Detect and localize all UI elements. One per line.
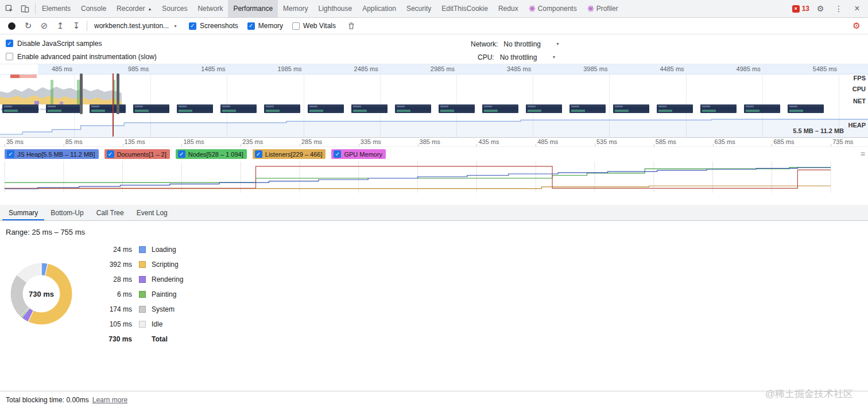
checkbox[interactable]: ✓ [255,150,262,158]
details-tab-call-tree[interactable]: Call Tree [90,205,130,220]
checkbox[interactable]: ✓ [334,150,341,158]
details-pane: SummaryBottom-UpCall TreeEvent Log Range… [0,205,868,391]
legend-row-total: 730 msTotal [92,332,183,347]
tab-lighthouse[interactable]: Lighthouse [313,0,357,17]
capture-option-row[interactable]: Enable advanced paint instrumentation (s… [6,50,862,63]
ruler-tick [181,144,182,146]
filmstrip-thumbnail[interactable] [351,104,388,113]
counters-menu-icon[interactable]: ≡ [861,149,865,158]
save-profile-icon[interactable]: ↧ [69,21,83,31]
counter-chip-listeners[interactable]: ✓Listeners[229 – 466] [253,149,326,159]
details-tab-event-log[interactable]: Event Log [130,205,174,220]
device-toolbar-icon[interactable] [17,2,32,15]
settings-gear-icon[interactable]: ⚙ [813,2,828,15]
tab-security[interactable]: Security [401,0,436,17]
filmstrip-thumbnail[interactable] [657,104,693,113]
toolbar-check-screenshots[interactable]: ✓Screenshots [189,22,238,30]
tab-editthiscookie[interactable]: EditThisCookie [436,0,493,17]
learn-more-link[interactable]: Learn more [92,396,127,404]
legend-swatch [139,246,146,253]
filmstrip-thumbnail[interactable] [439,104,475,113]
details-tab-bottom-up[interactable]: Bottom-Up [44,205,90,220]
filmstrip-thumbnail[interactable] [569,104,606,113]
tab-components[interactable]: Components [524,0,582,17]
reload-and-record-icon[interactable]: ↻ [21,21,35,31]
tab-elements[interactable]: Elements [37,0,76,17]
toolbar-check-web-vitals[interactable]: Web Vitals [292,22,336,30]
timeline-overview[interactable]: 485 ms985 ms1485 ms1985 ms2485 ms2985 ms… [0,64,868,138]
filmstrip-thumbnail[interactable] [482,104,518,113]
counter-chip-documents[interactable]: ✓Documents[1 – 2] [104,149,170,159]
legend-row-system: 174 msSystem [92,302,183,317]
filmstrip-thumbnail[interactable] [133,104,169,113]
filmstrip-thumbnail[interactable] [220,104,257,113]
legend-swatch [139,306,146,313]
counter-chip-js-heap[interactable]: ✓JS Heap[5.5 MB – 11.2 MB] [5,149,99,159]
selection-handle-right[interactable] [117,73,119,114]
checkbox[interactable]: ✓ [178,150,185,158]
filmstrip-thumbnail[interactable] [526,104,562,113]
counter-chip-gpu-memory[interactable]: ✓GPU Memory [331,149,386,159]
issues-badge[interactable]: × 13 [792,5,809,13]
toolbar-check-memory[interactable]: ✓Memory [247,22,283,30]
filmstrip-thumbnail[interactable] [90,104,126,113]
range-text: Range: 25 ms – 755 ms [0,221,868,239]
tab-application[interactable]: Application [357,0,401,17]
tabbar-divider [35,3,36,14]
ruler-label: 1485 ms [186,65,225,72]
toolbar-divider [87,21,87,31]
tab-label: Console [81,5,106,13]
checkbox[interactable] [292,22,300,30]
filmstrip-thumbnail[interactable] [264,104,300,113]
filmstrip-thumbnail[interactable] [308,104,344,113]
checkbox[interactable] [6,53,13,60]
legend-label: System [152,305,175,313]
history-select[interactable]: workbench.test.yunton... ▼ [91,22,181,30]
capture-settings-gear-icon[interactable]: ⚙ [850,21,863,31]
filmstrip-thumbnail[interactable] [613,104,649,113]
close-devtools-icon[interactable]: × [850,2,865,15]
details-tab-summary[interactable]: Summary [2,205,44,220]
load-profile-icon[interactable]: ↥ [53,21,67,31]
checkbox[interactable]: ✓ [7,150,14,158]
filmstrip-thumbnail[interactable] [744,104,780,113]
filmstrip-thumbnail[interactable] [395,104,431,113]
tab-recorder[interactable]: Recorder▲ [111,0,157,17]
filmstrip-thumbnail[interactable] [788,104,824,113]
tab-label: Memory [283,5,308,13]
option-rows: ✓Disable JavaScript samplesEnable advanc… [6,37,862,63]
legend-value: 6 ms [92,290,132,298]
checkbox[interactable]: ✓ [189,22,196,30]
devtools-window: ElementsConsoleRecorder▲SourcesNetworkPe… [0,0,868,408]
capture-option-row[interactable]: ✓Disable JavaScript samples [6,37,862,50]
filmstrip-thumbnail[interactable] [700,104,737,113]
filmstrip-thumbnail[interactable] [46,104,82,113]
tab-network[interactable]: Network [192,0,228,17]
delete-recording-icon[interactable] [344,19,359,33]
tab-sources[interactable]: Sources [157,0,192,17]
counter-chip-nodes[interactable]: ✓Nodes[528 – 1 094] [176,149,247,159]
network-throttle-select[interactable]: No throttling ▼ [503,40,560,48]
more-options-icon[interactable]: ⋮ [831,2,846,15]
tab-redux[interactable]: Redux [493,0,524,17]
ruler-label: 485 ms [537,138,558,145]
cpu-throttle-select[interactable]: No throttling ▼ [500,53,556,61]
filmstrip-thumbnail[interactable] [177,104,213,113]
checkbox[interactable]: ✓ [107,150,114,158]
clear-recording-icon[interactable]: ⊘ [37,21,51,31]
tab-memory[interactable]: Memory [278,0,313,17]
selection-handle-left[interactable] [80,73,83,114]
record-button[interactable] [8,22,16,30]
tab-profiler[interactable]: Profiler [582,0,623,17]
ruler-label: 3485 ms [492,65,531,72]
tab-label: Redux [498,5,518,13]
counters-chart[interactable] [0,161,868,205]
checkbox[interactable]: ✓ [6,40,13,47]
tab-performance[interactable]: Performance [228,0,278,17]
checkbox[interactable]: ✓ [247,22,255,30]
tab-label: Profiler [596,5,618,13]
filmstrip-thumbnail[interactable] [2,104,38,113]
inspect-element-icon[interactable] [2,2,17,15]
cpu-throttle-label: CPU: [478,53,494,61]
tab-console[interactable]: Console [76,0,111,17]
